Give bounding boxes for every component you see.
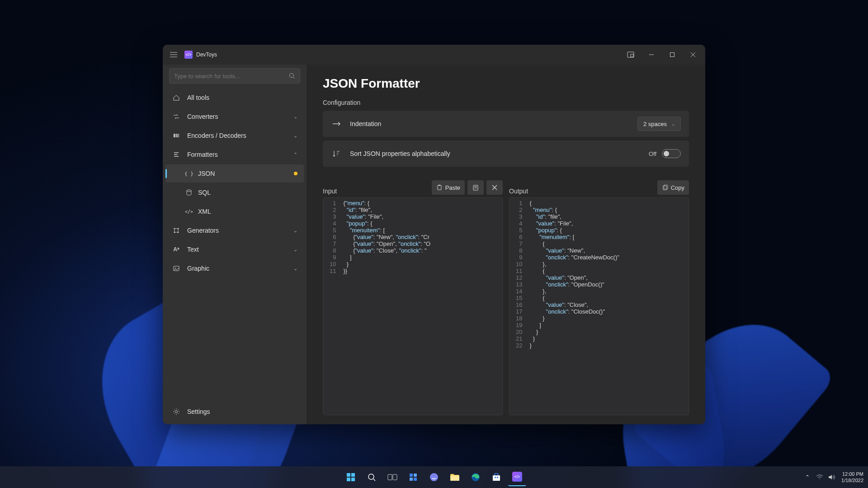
input-editor[interactable]: 1234567891011 {"menu": { "id": "file", "… bbox=[323, 197, 503, 415]
edge-button[interactable] bbox=[467, 468, 485, 486]
input-code[interactable]: {"menu": { "id": "file", "value": "File"… bbox=[340, 198, 502, 415]
svg-point-3 bbox=[290, 74, 294, 78]
chevron-down-icon: ⌄ bbox=[293, 247, 297, 253]
svg-rect-36 bbox=[493, 475, 500, 481]
nav-encoders[interactable]: Encoders / Decoders ⌄ bbox=[165, 127, 304, 145]
nav-label: Formatters bbox=[187, 151, 218, 158]
system-tray: ⌃ 12:00 PM 1/18/2022 bbox=[805, 471, 863, 484]
sort-label: Sort JSON properties alphabetically bbox=[350, 150, 649, 157]
svg-rect-5 bbox=[175, 134, 176, 137]
nav-formatters-json[interactable]: { } JSON bbox=[165, 164, 304, 183]
copy-label: Copy bbox=[671, 184, 684, 191]
task-view-button[interactable] bbox=[383, 468, 401, 486]
nav-label: Encoders / Decoders bbox=[187, 132, 246, 139]
app-icon: </> bbox=[184, 51, 193, 59]
nav-formatters-sql[interactable]: SQL bbox=[165, 183, 304, 202]
indentation-card: Indentation 2 spaces ⌄ bbox=[323, 111, 689, 137]
generators-icon bbox=[172, 227, 181, 234]
nav-formatters-xml[interactable]: </> XML bbox=[165, 202, 304, 221]
sql-icon bbox=[184, 189, 193, 196]
highlight-badge bbox=[294, 172, 297, 175]
volume-icon[interactable] bbox=[828, 474, 835, 480]
tray-chevron-icon[interactable]: ⌃ bbox=[805, 474, 810, 480]
date: 1/18/2022 bbox=[841, 477, 863, 483]
svg-rect-18 bbox=[439, 185, 440, 186]
svg-rect-31 bbox=[410, 478, 413, 481]
svg-rect-21 bbox=[664, 185, 668, 189]
svg-rect-25 bbox=[351, 478, 355, 481]
time: 12:00 PM bbox=[841, 471, 863, 477]
search-input[interactable] bbox=[174, 73, 289, 80]
output-column: Output Copy 1234567891011121314151617181… bbox=[509, 178, 689, 415]
svg-rect-1 bbox=[631, 54, 633, 57]
titlebar: </> DevToys bbox=[163, 45, 705, 65]
compact-overlay-button[interactable] bbox=[620, 46, 641, 64]
nav-generators[interactable]: Generators ⌄ bbox=[165, 221, 304, 239]
nav-converters[interactable]: Converters ⌄ bbox=[165, 108, 304, 126]
hamburger-button[interactable] bbox=[165, 46, 183, 64]
main-content: JSON Formatter Configuration Indentation… bbox=[307, 65, 705, 424]
svg-rect-32 bbox=[414, 478, 417, 481]
page-title: JSON Formatter bbox=[323, 76, 689, 91]
graphic-icon bbox=[172, 265, 181, 272]
explorer-button[interactable] bbox=[446, 468, 464, 486]
output-code: { "menu": { "id": "file", "value": "File… bbox=[526, 198, 689, 415]
dropdown-value: 2 spaces bbox=[643, 121, 667, 127]
indentation-icon bbox=[331, 120, 342, 127]
clear-button[interactable] bbox=[486, 180, 503, 195]
svg-point-33 bbox=[430, 473, 438, 481]
nav-settings[interactable]: Settings bbox=[165, 403, 304, 421]
indentation-dropdown[interactable]: 2 spaces ⌄ bbox=[637, 117, 681, 131]
svg-rect-28 bbox=[393, 474, 397, 480]
store-button[interactable] bbox=[487, 468, 505, 486]
wifi-icon[interactable] bbox=[816, 474, 823, 480]
svg-rect-6 bbox=[176, 134, 177, 137]
search-button[interactable] bbox=[363, 468, 381, 486]
paste-button[interactable]: Paste bbox=[432, 180, 465, 195]
start-button[interactable] bbox=[342, 468, 360, 486]
output-editor[interactable]: 12345678910111213141516171819202122 { "m… bbox=[509, 197, 689, 415]
svg-rect-27 bbox=[388, 474, 392, 480]
svg-point-15 bbox=[175, 267, 176, 268]
maximize-button[interactable] bbox=[662, 46, 683, 64]
close-button[interactable] bbox=[683, 46, 703, 64]
nav-all-tools[interactable]: All tools bbox=[165, 89, 304, 107]
clock[interactable]: 12:00 PM 1/18/2022 bbox=[841, 471, 863, 484]
nav-formatters[interactable]: Formatters ⌃ bbox=[165, 145, 304, 164]
svg-rect-7 bbox=[178, 134, 178, 137]
svg-rect-2 bbox=[670, 53, 675, 57]
svg-rect-29 bbox=[410, 474, 413, 477]
svg-rect-4 bbox=[174, 134, 175, 137]
input-gutter: 1234567891011 bbox=[323, 198, 340, 415]
nav-graphic[interactable]: Graphic ⌄ bbox=[165, 259, 304, 277]
nav-label: XML bbox=[198, 208, 211, 215]
xml-icon: </> bbox=[184, 209, 193, 214]
gear-icon bbox=[172, 408, 181, 415]
nav-label: Graphic bbox=[187, 265, 209, 272]
open-file-button[interactable] bbox=[467, 180, 484, 195]
configuration-label: Configuration bbox=[323, 99, 689, 106]
nav-text[interactable]: Aᵃ Text ⌄ bbox=[165, 240, 304, 258]
search-box[interactable] bbox=[169, 68, 300, 84]
output-gutter: 12345678910111213141516171819202122 bbox=[509, 198, 526, 415]
chevron-down-icon: ⌄ bbox=[293, 133, 297, 139]
chat-button[interactable] bbox=[425, 468, 443, 486]
nav-label: JSON bbox=[198, 170, 215, 177]
sort-card: Sort JSON properties alphabetically Off bbox=[323, 141, 689, 167]
nav-label: Generators bbox=[187, 227, 219, 234]
widgets-button[interactable] bbox=[404, 468, 422, 486]
nav-label: SQL bbox=[198, 189, 211, 196]
input-column: Input Paste bbox=[323, 178, 503, 415]
app-title: DevToys bbox=[196, 52, 217, 58]
minimize-button[interactable] bbox=[641, 46, 662, 64]
nav-label: Text bbox=[187, 246, 199, 253]
svg-rect-17 bbox=[438, 185, 441, 190]
copy-button[interactable]: Copy bbox=[657, 180, 689, 195]
devtoys-button[interactable]: </> bbox=[508, 468, 526, 486]
input-label: Input bbox=[323, 188, 337, 195]
chevron-down-icon: ⌄ bbox=[293, 114, 297, 120]
sort-toggle[interactable] bbox=[662, 149, 681, 158]
indentation-label: Indentation bbox=[350, 120, 637, 127]
paste-label: Paste bbox=[445, 184, 460, 191]
formatters-icon bbox=[172, 151, 181, 158]
